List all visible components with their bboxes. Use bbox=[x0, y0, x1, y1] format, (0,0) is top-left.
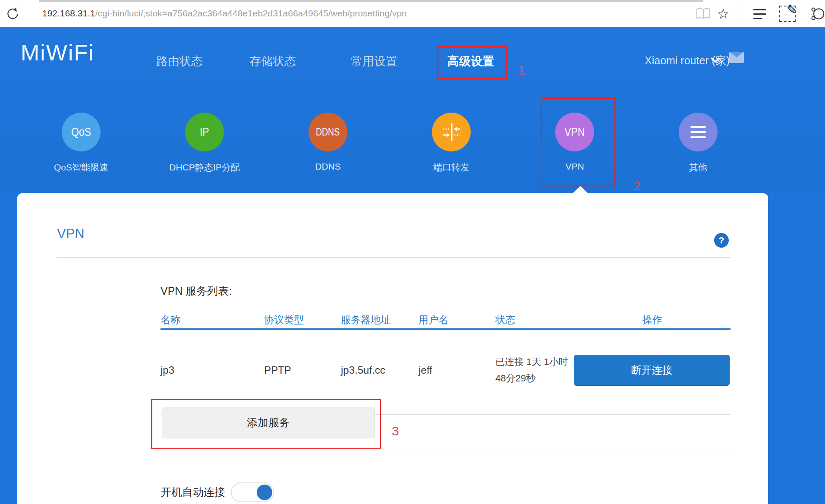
quicknav-dhcp-ip[interactable]: IP DHCP静态IP分配 bbox=[166, 113, 243, 173]
mail-icon[interactable] bbox=[729, 52, 744, 63]
cell-protocol: PPTP bbox=[264, 364, 341, 376]
ddns-icon: DDNS bbox=[309, 113, 347, 151]
col-header-username: 用户名 bbox=[419, 313, 495, 327]
web-note-icon[interactable]: ✎ bbox=[779, 6, 796, 22]
port-forward-icon bbox=[432, 113, 471, 151]
url-path: /cgi-bin/luci/;stok=a756a2ac364a448e1eb2… bbox=[95, 8, 407, 18]
address-bar-divider bbox=[33, 6, 33, 22]
cell-username: jeff bbox=[419, 364, 495, 376]
annotation-box-1 bbox=[437, 46, 507, 79]
ip-icon: IP bbox=[185, 113, 224, 151]
router-header: MiWiFi 路由状态 存储状态 常用设置 高级设置 1 Xiaomi rout… bbox=[0, 27, 825, 193]
miwifi-logo: MiWiFi bbox=[21, 40, 94, 66]
annotation-box-2 bbox=[541, 98, 616, 186]
favorites-star-icon[interactable]: ☆ bbox=[715, 6, 731, 22]
url-text[interactable]: 192.168.31.1/cgi-bin/luci/;stok=a756a2ac… bbox=[42, 8, 407, 19]
section-divider bbox=[161, 448, 731, 448]
annotation-box-3 bbox=[151, 399, 381, 449]
share-icon[interactable] bbox=[809, 6, 825, 22]
quicknav-other-label: 其他 bbox=[659, 161, 737, 173]
tab-strip-sliver bbox=[39, 0, 703, 2]
panel-caret bbox=[572, 186, 589, 194]
cell-name: jp3 bbox=[161, 364, 264, 376]
quicknav-other[interactable]: 其他 bbox=[659, 113, 737, 173]
cell-server: jp3.5uf.cc bbox=[341, 364, 419, 376]
quicknav-qos-label: QoS智能限速 bbox=[42, 161, 120, 173]
col-header-name: 名称 bbox=[161, 313, 264, 327]
col-header-status: 状态 bbox=[495, 313, 574, 327]
table-header-row: 名称 协议类型 服务器地址 用户名 状态 操作 bbox=[161, 313, 731, 327]
hub-icon[interactable] bbox=[752, 6, 767, 22]
table-header-underline bbox=[161, 328, 731, 330]
annotation-digit-3: 3 bbox=[392, 424, 399, 438]
screen: 192.168.31.1/cgi-bin/luci/;stok=a756a2ac… bbox=[0, 0, 825, 504]
quicknav-port-label: 端口转发 bbox=[412, 161, 490, 173]
reload-icon[interactable] bbox=[5, 6, 20, 21]
cell-status: 已连接 1天 1小时48分29秒 bbox=[495, 354, 574, 387]
vpn-list-label: VPN 服务列表: bbox=[161, 284, 232, 298]
quicknav-qos[interactable]: QoS QoS智能限速 bbox=[42, 113, 120, 173]
vpn-settings-panel: VPN ? VPN 服务列表: 名称 协议类型 服务器地址 用户名 状态 操作 … bbox=[17, 193, 768, 504]
toolbar-divider bbox=[739, 5, 739, 22]
annotation-digit-1: 1 bbox=[518, 63, 525, 78]
title-divider bbox=[57, 257, 731, 258]
qos-icon: QoS bbox=[62, 113, 101, 151]
col-header-protocol: 协议类型 bbox=[264, 313, 341, 327]
browser-address-bar: 192.168.31.1/cgi-bin/luci/;stok=a756a2ac… bbox=[0, 0, 825, 27]
nav-router-status[interactable]: 路由状态 bbox=[156, 54, 203, 69]
quicknav-ddns[interactable]: DDNS DDNS bbox=[289, 113, 367, 172]
toggle-knob bbox=[257, 485, 272, 500]
nav-common-settings[interactable]: 常用设置 bbox=[351, 54, 397, 69]
disconnect-button[interactable]: 断开连接 bbox=[574, 355, 730, 386]
page-title: VPN bbox=[57, 226, 85, 242]
annotation-digit-2: 2 bbox=[633, 179, 641, 193]
auto-connect-toggle[interactable] bbox=[231, 482, 274, 502]
menu-lines-icon bbox=[679, 113, 718, 151]
quicknav-port-forwarding[interactable]: 端口转发 bbox=[412, 113, 490, 173]
quicknav-ddns-label: DDNS bbox=[289, 161, 367, 172]
col-header-server: 服务器地址 bbox=[341, 313, 419, 327]
nav-storage-status[interactable]: 存储状态 bbox=[249, 54, 296, 69]
auto-connect-label: 开机自动连接 bbox=[161, 485, 225, 499]
quicknav-dhcp-label: DHCP静态IP分配 bbox=[166, 161, 243, 173]
url-host: 192.168.31.1 bbox=[42, 8, 95, 18]
col-header-action: 操作 bbox=[574, 313, 731, 327]
reading-view-book-icon[interactable] bbox=[696, 6, 711, 22]
help-icon[interactable]: ? bbox=[714, 233, 729, 248]
table-row: jp3 PPTP jp3.5uf.cc jeff 已连接 1天 1小时48分29… bbox=[161, 342, 731, 398]
